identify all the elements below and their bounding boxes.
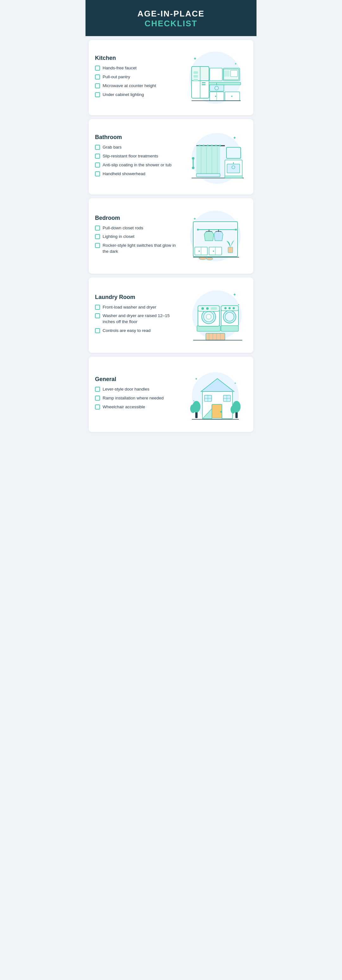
svg-point-81 bbox=[206, 314, 211, 319]
svg-point-116 bbox=[190, 404, 196, 413]
header-line1: AGE-IN-PLACE bbox=[92, 9, 250, 19]
list-item: Ramp installation where needed bbox=[95, 395, 178, 401]
bathroom-section: Bathroom Grab bars Slip-resistant floor … bbox=[89, 119, 253, 194]
svg-rect-64 bbox=[228, 247, 233, 253]
list-item: Rocker-style light switches that glow in… bbox=[95, 243, 178, 255]
svg-point-24 bbox=[215, 95, 216, 97]
checkbox-icon bbox=[95, 226, 100, 231]
bathroom-content: Bathroom Grab bars Slip-resistant floor … bbox=[95, 134, 178, 180]
list-item: Grab bars bbox=[95, 145, 178, 150]
list-item: Wheelchair accessible bbox=[95, 404, 178, 410]
svg-point-92 bbox=[233, 307, 235, 309]
svg-rect-9 bbox=[194, 79, 198, 81]
list-item: Washer and dryer are raised 12–15 inches… bbox=[95, 313, 178, 325]
kitchen-checklist: Hands-free faucet Pull-out pantry Microw… bbox=[95, 65, 178, 98]
general-content: General Lever-style door handles Ramp in… bbox=[95, 376, 178, 413]
svg-text:✦: ✦ bbox=[193, 216, 196, 221]
svg-rect-37 bbox=[196, 146, 220, 176]
svg-rect-50 bbox=[226, 147, 241, 158]
item-text: Hands-free faucet bbox=[103, 65, 137, 71]
svg-point-107 bbox=[220, 411, 222, 413]
svg-rect-10 bbox=[202, 82, 205, 83]
svg-rect-85 bbox=[211, 307, 217, 310]
kitchen-title: Kitchen bbox=[95, 55, 178, 62]
svg-rect-52 bbox=[225, 176, 242, 178]
svg-text:✦: ✦ bbox=[195, 377, 197, 381]
svg-rect-8 bbox=[194, 75, 198, 78]
header: AGE-IN-PLACE CHECKLIST bbox=[86, 0, 256, 36]
svg-rect-93 bbox=[221, 326, 239, 331]
svg-text:✦: ✦ bbox=[233, 292, 237, 297]
checkbox-icon bbox=[95, 234, 100, 239]
svg-rect-94 bbox=[206, 333, 225, 340]
checkbox-icon bbox=[95, 171, 100, 177]
item-text: Lever-style door handles bbox=[103, 387, 150, 393]
item-text: Anti-slip coating in the shower or tub bbox=[103, 162, 172, 168]
svg-text:✦: ✦ bbox=[233, 135, 237, 140]
list-item: Pull-down closet rods bbox=[95, 225, 178, 231]
general-illustration: ✦ ✦ ✦ bbox=[184, 364, 247, 425]
item-text: Lighting in closet bbox=[103, 234, 135, 240]
checkbox-icon bbox=[95, 83, 100, 88]
svg-point-25 bbox=[231, 95, 232, 97]
svg-point-70 bbox=[213, 251, 214, 252]
item-text: Handheld showerhead bbox=[103, 171, 145, 177]
item-text: Front-load washer and dryer bbox=[103, 304, 156, 310]
item-text: Slip-resistant floor treatments bbox=[103, 153, 158, 159]
item-text: Grab bars bbox=[103, 145, 122, 150]
laundry-content: Laundry Room Front-load washer and dryer… bbox=[95, 294, 178, 337]
list-item: Anti-slip coating in the shower or tub bbox=[95, 162, 178, 168]
svg-rect-12 bbox=[209, 82, 241, 85]
svg-rect-17 bbox=[224, 70, 229, 76]
kitchen-section: ✦ ✦ ✦ bbox=[89, 40, 253, 115]
checkbox-icon bbox=[95, 145, 100, 150]
bedroom-title: Bedroom bbox=[95, 215, 178, 221]
checkbox-icon bbox=[95, 305, 100, 310]
svg-text:✦: ✦ bbox=[193, 56, 197, 61]
svg-rect-7 bbox=[194, 71, 198, 74]
list-item: Controls are easy to read bbox=[95, 328, 178, 334]
checkbox-icon bbox=[95, 328, 100, 333]
checkbox-icon bbox=[95, 313, 100, 318]
svg-rect-47 bbox=[227, 164, 240, 173]
bathroom-checklist: Grab bars Slip-resistant floor treatment… bbox=[95, 145, 178, 177]
svg-point-83 bbox=[201, 307, 204, 310]
svg-rect-13 bbox=[210, 68, 222, 81]
checkbox-icon bbox=[95, 65, 100, 71]
bedroom-content: Bedroom Pull-down closet rods Lighting i… bbox=[95, 215, 178, 258]
svg-point-91 bbox=[229, 307, 231, 309]
checkbox-icon bbox=[95, 396, 100, 401]
general-title: General bbox=[95, 376, 178, 383]
checkbox-icon bbox=[95, 404, 100, 410]
laundry-section: Laundry Room Front-load washer and dryer… bbox=[89, 277, 253, 353]
item-text: Pull-out pantry bbox=[103, 74, 130, 80]
checkbox-icon bbox=[95, 162, 100, 167]
list-item: Slip-resistant floor treatments bbox=[95, 153, 178, 159]
bedroom-checklist: Pull-down closet rods Lighting in closet… bbox=[95, 225, 178, 255]
laundry-title: Laundry Room bbox=[95, 294, 178, 301]
item-text: Microwave at counter height bbox=[103, 83, 156, 89]
svg-rect-16 bbox=[231, 70, 237, 76]
list-item: Hands-free faucet bbox=[95, 65, 178, 71]
svg-rect-18 bbox=[210, 85, 224, 91]
item-text: Under cabinet lighting bbox=[103, 92, 144, 98]
list-item: Pull-out pantry bbox=[95, 74, 178, 80]
bedroom-section: ✦ ✦ ✦ bbox=[89, 198, 253, 274]
item-text: Pull-down closet rods bbox=[103, 225, 143, 231]
svg-rect-11 bbox=[202, 84, 205, 85]
item-text: Washer and dryer are raised 12–15 inches… bbox=[103, 313, 178, 325]
item-text: Controls are easy to read bbox=[103, 328, 151, 334]
checkbox-icon bbox=[95, 75, 100, 80]
item-text: Rocker-style light switches that glow in… bbox=[103, 243, 178, 255]
svg-point-69 bbox=[199, 251, 200, 252]
kitchen-content: Kitchen Hands-free faucet Pull-out pantr… bbox=[95, 55, 178, 101]
checkbox-icon bbox=[95, 154, 100, 159]
svg-point-45 bbox=[192, 167, 194, 169]
page: AGE-IN-PLACE CHECKLIST ✦ ✦ ✦ bbox=[86, 0, 256, 436]
bathroom-title: Bathroom bbox=[95, 134, 178, 141]
bedroom-illustration: ✦ ✦ ✦ bbox=[184, 206, 247, 266]
list-item: Front-load washer and dryer bbox=[95, 304, 178, 310]
bathroom-illustration: ✦ ✦ bbox=[184, 127, 247, 187]
item-text: Wheelchair accessible bbox=[103, 404, 145, 410]
svg-text:✦: ✦ bbox=[234, 62, 237, 65]
